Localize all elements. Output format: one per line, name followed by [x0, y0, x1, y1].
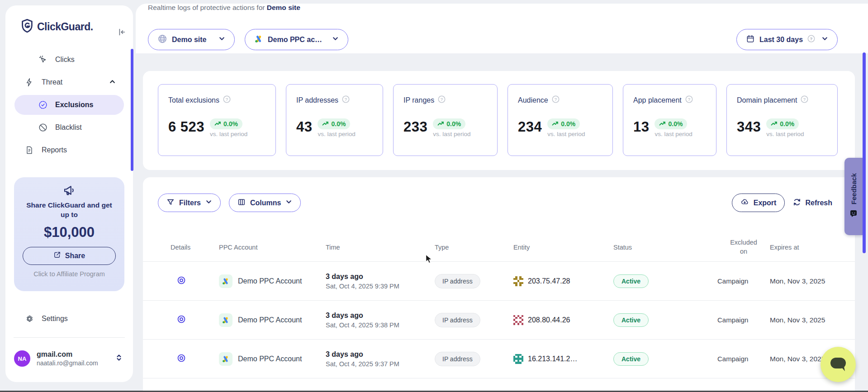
- question-circle-icon[interactable]: ?: [342, 95, 350, 105]
- cursor-click-icon: [38, 55, 48, 65]
- sidebar-item-label: Blacklist: [55, 123, 82, 132]
- question-circle-icon[interactable]: ?: [801, 95, 808, 105]
- stat-card: Total exclusions?6 5230.0%vs. last perio…: [158, 84, 276, 156]
- entity-value: 208.80.44.26: [528, 316, 570, 324]
- entity-cell: 208.80.44.26: [513, 315, 613, 325]
- type-badge: IP address: [435, 313, 480, 327]
- avatar: NA: [14, 350, 30, 367]
- table-row: 3 days ago: [143, 378, 855, 392]
- stat-title: App placement: [633, 96, 682, 104]
- stat-value: 6 523: [168, 120, 204, 140]
- sidebar-item-label: Threat: [42, 78, 62, 86]
- share-button[interactable]: Share: [23, 247, 116, 265]
- gear-icon: [24, 314, 34, 324]
- question-circle-icon[interactable]: ?: [223, 95, 231, 105]
- table-body: Demo PPC Account3 days agoSat, Oct 4, 20…: [143, 261, 855, 392]
- status-badge: Active: [613, 352, 649, 366]
- stat-card: Audience?2340.0%vs. last period: [508, 84, 613, 156]
- feedback-tab-label: Feedback: [850, 173, 858, 204]
- user-account[interactable]: NA gmail.com naatali.ro@gmail.com: [14, 345, 127, 372]
- stat-value: 13: [633, 120, 649, 140]
- stat-title: Domain placement: [737, 96, 797, 104]
- time-relative: 3 days ago: [326, 312, 435, 320]
- ppc-account-cell: Demo PPC Account: [219, 313, 326, 327]
- google-ads-icon: [219, 274, 232, 288]
- question-circle-icon[interactable]: ?: [438, 95, 446, 105]
- account-selector-dropdown[interactable]: Demo PPC ac…: [245, 29, 348, 50]
- sidebar-item-reports[interactable]: Reports: [14, 140, 124, 160]
- svg-text:?: ?: [688, 97, 690, 102]
- page-scrollbar[interactable]: [863, 52, 866, 253]
- stat-title: IP ranges: [403, 96, 434, 104]
- export-button[interactable]: Export: [732, 194, 785, 212]
- stat-delta: 0.0%: [223, 120, 238, 128]
- time-absolute: Sat, Oct 4, 2025 9:38 PM: [326, 321, 435, 329]
- column-header: Excluded on: [717, 238, 770, 256]
- details-eye-icon[interactable]: [176, 314, 186, 324]
- status-badge: Active: [613, 274, 649, 288]
- stat-compare-label: vs. last period: [547, 131, 585, 140]
- feedback-tab[interactable]: Feedback: [844, 158, 863, 235]
- affiliate-promo-card[interactable]: Share ClickGuard and get up to $10,000 S…: [14, 177, 124, 291]
- date-range-dropdown[interactable]: Last 30 days ?: [736, 29, 838, 50]
- column-header: Entity: [513, 244, 613, 251]
- filters-button[interactable]: Filters: [158, 194, 221, 212]
- sidebar-item-exclusions[interactable]: Exclusions: [14, 95, 124, 115]
- filters-button-label: Filters: [179, 199, 201, 207]
- sidebar-scrollbar[interactable]: [131, 49, 133, 171]
- trending-up-icon: [552, 120, 559, 128]
- sidebar-item-threat[interactable]: Threat: [14, 72, 124, 92]
- question-circle-icon[interactable]: ?: [685, 95, 693, 105]
- stat-delta: 0.0%: [331, 120, 346, 128]
- details-eye-icon[interactable]: [176, 275, 186, 285]
- sidebar-collapse-icon[interactable]: [117, 27, 127, 39]
- column-header: PPC Account: [219, 244, 326, 251]
- stat-value: 233: [403, 120, 427, 140]
- chat-widget-button[interactable]: [821, 347, 856, 382]
- lightning-icon: [24, 77, 34, 87]
- sidebar-item-blacklist[interactable]: Blacklist: [14, 118, 124, 137]
- sidebar-item-label: Exclusions: [55, 101, 93, 109]
- columns-button[interactable]: Columns: [229, 194, 301, 212]
- ban-icon: [38, 123, 48, 132]
- sidebar-item-label: Settings: [42, 315, 68, 323]
- stat-card: Domain placement?3430.0%vs. last period: [726, 84, 838, 156]
- google-ads-icon: [219, 352, 232, 366]
- chevron-down-icon: [285, 198, 292, 207]
- promo-amount: $10,000: [14, 224, 124, 241]
- entity-value: 16.213.141.2…: [528, 355, 577, 363]
- question-circle-icon[interactable]: ?: [552, 95, 560, 105]
- sidebar-item-settings[interactable]: Settings: [14, 310, 123, 328]
- refresh-button[interactable]: Refresh: [793, 194, 832, 212]
- type-badge: IP address: [435, 274, 480, 288]
- time-absolute: Sat, Oct 4, 2025 9:39 PM: [326, 283, 435, 290]
- sidebar-item-clicks[interactable]: Clicks: [14, 50, 124, 70]
- svg-text:?: ?: [441, 97, 443, 102]
- affiliate-link[interactable]: Click to Affiliate Program: [14, 270, 124, 278]
- time-relative: 3 days ago: [326, 350, 435, 359]
- expires-at-cell: Mon, Nov 3, 2025: [770, 277, 855, 285]
- stat-compare-label: vs. last period: [433, 131, 470, 140]
- site-selector-dropdown[interactable]: Demo site: [148, 29, 235, 50]
- feedback-chat-icon: [849, 210, 858, 220]
- select-updown-icon: [116, 354, 122, 364]
- google-ads-icon: [219, 313, 232, 327]
- subtitle-text: Realtime logs of protective actions for: [148, 4, 267, 11]
- trending-up-icon: [437, 120, 444, 128]
- exclusions-table: DetailsPPC AccountTimeTypeEntityStatusEx…: [143, 233, 855, 392]
- column-header: Time: [326, 244, 435, 251]
- details-eye-icon[interactable]: [176, 353, 186, 363]
- ppc-account-name: Demo PPC Account: [238, 277, 302, 285]
- ppc-account-cell: Demo PPC Account: [219, 274, 326, 288]
- chevron-up-icon: [109, 78, 116, 87]
- badge-check-icon: [38, 100, 48, 110]
- stat-compare-label: vs. last period: [210, 131, 247, 140]
- sidebar-item-label: Clicks: [55, 56, 75, 64]
- trending-up-icon: [771, 120, 778, 128]
- excluded-on-cell: Campaign: [717, 277, 770, 285]
- stat-card: IP ranges?2330.0%vs. last period: [393, 84, 498, 156]
- entity-cell: 203.75.47.28: [513, 276, 613, 286]
- time-relative: 3 days ago: [326, 273, 435, 281]
- svg-text:?: ?: [803, 97, 806, 102]
- chevron-down-icon: [332, 35, 339, 44]
